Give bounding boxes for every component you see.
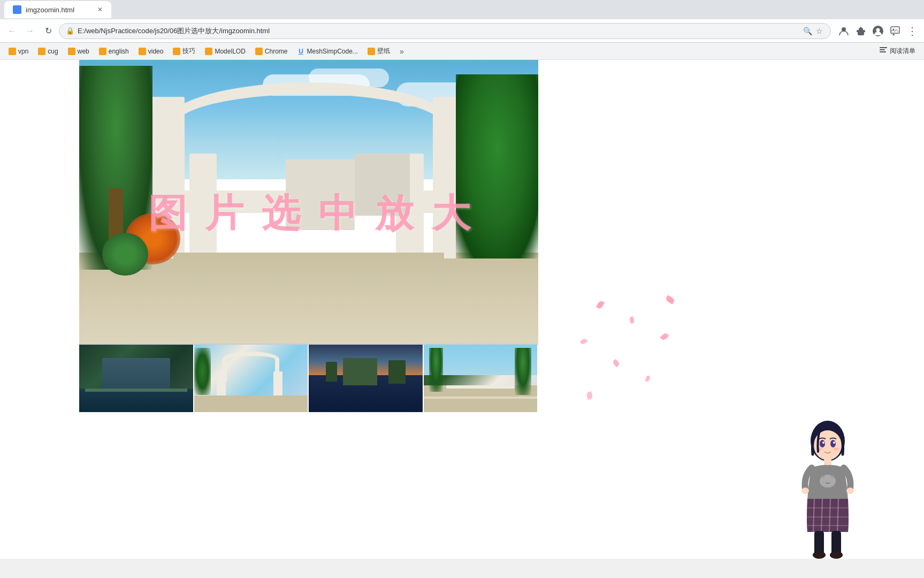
bookmark-folder-icon	[38, 48, 45, 55]
toolbar-icons: ⋮	[836, 24, 920, 39]
tab-favicon	[13, 5, 21, 14]
bookmark-label: english	[109, 48, 129, 55]
svg-point-40	[813, 551, 826, 559]
bookmarks-bar: vpn cug web english video 技巧 ModelLOD C	[0, 43, 924, 60]
bookmark-web[interactable]: web	[64, 45, 94, 57]
address-bar[interactable]: 🔒 E:/web/NjsPractice/code/js20/06图片选中放大/…	[59, 23, 831, 39]
forward-icon: →	[26, 26, 34, 36]
svg-point-24	[833, 447, 839, 451]
extension-icon[interactable]	[853, 24, 868, 39]
svg-point-41	[830, 551, 843, 559]
bookmark-english[interactable]: english	[95, 45, 133, 57]
thumbnail-strip	[79, 344, 538, 412]
address-bar-row: ← → ↻ 🔒 E:/web/NjsPractice/code/js20/06图…	[0, 19, 924, 43]
bookmark-label: MeshSimpCode...	[307, 48, 358, 55]
anime-character	[796, 414, 860, 559]
bookmark-label: web	[78, 48, 89, 55]
svg-rect-3	[891, 27, 899, 33]
active-tab[interactable]: imgzoomin.html ✕	[4, 1, 111, 18]
bookmark-folder-icon	[99, 48, 106, 55]
svg-rect-5	[880, 47, 887, 48]
reload-button[interactable]: ↻	[41, 24, 56, 39]
address-bar-icons: 🔍 ☆	[803, 26, 824, 36]
bookmark-label: 壁纸	[377, 47, 390, 56]
profile-icon[interactable]	[836, 24, 851, 39]
thumb-image-4	[424, 345, 538, 412]
thumbnail-1[interactable]	[79, 345, 194, 412]
bookmark-label: Chrome	[265, 48, 288, 55]
svg-point-19	[820, 440, 825, 447]
avatar-icon[interactable]	[870, 24, 885, 39]
bookmark-folder-icon	[139, 48, 146, 55]
bookmark-label: 技巧	[182, 47, 195, 56]
thumb-image-3	[309, 345, 423, 412]
bookmark-star-icon[interactable]: ☆	[814, 26, 824, 36]
tab-title: imgzoomin.html	[26, 6, 74, 14]
svg-point-2	[876, 28, 880, 32]
forward-button[interactable]: →	[22, 24, 37, 39]
bookmark-modellod[interactable]: ModelLOD	[201, 45, 249, 57]
bookmark-folder-icon	[205, 48, 212, 55]
lock-icon: 🔒	[66, 27, 74, 35]
bookmark-tips[interactable]: 技巧	[169, 44, 200, 58]
thumbnail-4[interactable]	[424, 345, 539, 412]
thumb-image-1	[79, 345, 193, 412]
thumbnail-3[interactable]	[309, 345, 424, 412]
main-display-image[interactable]: 图 片 选 中 放 大	[79, 60, 538, 344]
svg-point-20	[830, 440, 836, 447]
menu-button[interactable]: ⋮	[905, 24, 920, 39]
bookmarks-overflow-button[interactable]: »	[396, 45, 407, 58]
svg-point-30	[846, 488, 854, 494]
svg-point-22	[833, 442, 835, 444]
bookmark-vpn[interactable]: vpn	[4, 45, 33, 57]
svg-point-21	[822, 442, 824, 444]
svg-rect-7	[880, 51, 886, 52]
tab-close-button[interactable]: ✕	[97, 6, 103, 13]
bookmark-u-icon: U	[297, 48, 305, 55]
reading-list-icon	[879, 46, 888, 56]
bookmark-folder-icon	[9, 48, 16, 55]
bookmark-folder-icon	[255, 48, 263, 55]
bookmark-label: cug	[48, 48, 58, 55]
main-content-area: 图 片 选 中 放 大	[79, 60, 620, 412]
thumb-image-2	[194, 345, 308, 412]
bookmark-cug[interactable]: cug	[34, 45, 62, 57]
bookmark-label: ModelLOD	[215, 48, 245, 55]
bookmark-meshsimp[interactable]: U MeshSimpCode...	[293, 45, 362, 57]
bookmark-folder-icon	[368, 48, 375, 55]
bookmark-wallpaper[interactable]: 壁纸	[363, 44, 394, 58]
reading-list-label: 阅读清单	[890, 47, 915, 56]
bookmark-label: vpn	[18, 48, 28, 55]
address-text: E:/web/NjsPractice/code/js20/06图片选中放大/im…	[78, 26, 799, 36]
bookmark-folder-icon	[68, 48, 75, 55]
svg-rect-6	[880, 49, 885, 50]
back-button[interactable]: ←	[4, 24, 19, 39]
reload-icon: ↻	[45, 26, 52, 36]
image-download-icon[interactable]	[888, 24, 903, 39]
back-icon: ←	[7, 26, 16, 36]
search-icon[interactable]: 🔍	[803, 26, 812, 36]
bookmark-chrome[interactable]: Chrome	[251, 45, 292, 57]
svg-point-29	[801, 488, 809, 494]
tab-bar: imgzoomin.html ✕	[0, 0, 924, 19]
svg-point-26	[820, 475, 836, 488]
bookmark-video[interactable]: video	[134, 45, 168, 57]
thumbnail-2[interactable]	[194, 345, 309, 412]
page-content: 图 片 选 中 放 大	[0, 60, 924, 559]
bookmark-folder-icon	[173, 48, 180, 55]
bookmark-label: video	[148, 48, 164, 55]
browser-chrome: imgzoomin.html ✕ ← → ↻ 🔒 E:/web/NjsPract…	[0, 0, 924, 60]
reading-list-button[interactable]: 阅读清单	[875, 44, 920, 58]
